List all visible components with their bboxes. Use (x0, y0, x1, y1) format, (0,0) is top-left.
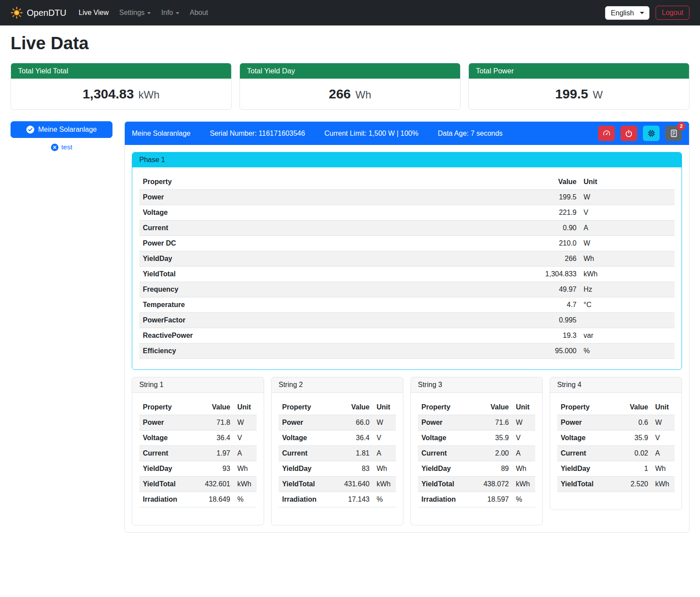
table-cell-val: 1.81 (336, 446, 373, 461)
string-body: Property Value Unit Power71.6WVoltage35.… (411, 393, 542, 525)
table-cell-prop: Power DC (139, 236, 514, 251)
string-1-table: Property Value Unit Power71.8WVoltage36.… (139, 400, 257, 507)
table-cell-unit: V (373, 431, 396, 446)
power-icon (625, 130, 633, 137)
table-cell-prop: Power (418, 415, 475, 431)
sidebar-item-test[interactable]: test (11, 143, 112, 151)
table-cell-prop: Irradiation (139, 492, 197, 507)
table-cell-val: 1.97 (197, 446, 234, 461)
table-cell-unit: V (234, 431, 257, 446)
nav-links: Live View Settings Info About (74, 5, 213, 20)
column-header-unit: Unit (234, 400, 257, 415)
cpu-chip-icon (647, 129, 656, 137)
table-cell-unit: Wh (234, 461, 257, 477)
table-cell-unit: A (512, 446, 535, 461)
table-cell-prop: Current (418, 446, 475, 461)
chevron-down-icon (176, 12, 179, 14)
total-yield-total-value: 1,304.83 (83, 87, 134, 101)
sidebar-item-meine-solaranlage[interactable]: Meine Solaranlage (11, 121, 112, 138)
column-header-value: Value (615, 400, 652, 415)
inverter-serial: Serial Number: 116171603546 (210, 130, 305, 137)
brand[interactable]: OpenDTU (11, 7, 66, 19)
table-cell-prop: Current (139, 446, 197, 461)
string-title: String 4 (550, 377, 682, 393)
table-row: ReactivePower19.3var (139, 328, 675, 344)
table-row: Power66.0W (279, 415, 396, 431)
check-circle-icon (26, 126, 34, 134)
table-cell-val: 4.7 (514, 297, 580, 313)
main-column: Meine Solaranlage Serial Number: 1161716… (124, 121, 689, 533)
nav-item-about[interactable]: About (185, 5, 213, 20)
table-cell-prop: YieldTotal (139, 267, 514, 282)
column-header-unit: Unit (373, 400, 396, 415)
sidebar-item-label: test (62, 143, 73, 151)
event-log-icon (670, 129, 678, 137)
table-row: Voltage36.4V (279, 431, 396, 446)
table-cell-prop: PowerFactor (139, 313, 514, 328)
table-row: YieldTotal1,304.833kWh (139, 267, 675, 282)
table-cell-val: 1 (615, 461, 652, 477)
table-cell-val: 0.02 (615, 446, 652, 461)
table-row: YieldDay89Wh (418, 461, 535, 477)
table-cell-val: 49.97 (514, 282, 580, 297)
sidebar-item-label: Meine Solaranlage (38, 126, 97, 134)
summary-cards: Total Yield Total 1,304.83 kWh Total Yie… (11, 63, 689, 110)
table-cell-unit: % (234, 492, 257, 507)
table-header-row: Property Value Unit (139, 174, 675, 190)
table-row: Irradiation17.143% (279, 492, 396, 507)
limit-settings-button[interactable] (598, 126, 615, 141)
table-cell-val: 36.4 (336, 431, 373, 446)
table-row: Power DC210.0W (139, 236, 675, 251)
column-header-property: Property (279, 400, 336, 415)
nav-item-info[interactable]: Info (157, 5, 184, 20)
table-row: Temperature4.7°C (139, 297, 675, 313)
table-cell-unit: Wh (373, 461, 396, 477)
table-cell-unit: Wh (580, 251, 675, 267)
table-cell-val: 210.0 (514, 236, 580, 251)
card-title: Total Yield Day (240, 63, 460, 79)
table-cell-val: 2.520 (615, 477, 652, 492)
table-cell-unit: W (580, 236, 675, 251)
table-cell-val: 35.9 (615, 431, 652, 446)
table-cell-unit: var (580, 328, 675, 344)
events-button[interactable]: 2 (665, 126, 682, 141)
navbar-right: English Logout (605, 6, 689, 20)
nav-item-live-view[interactable]: Live View (74, 5, 113, 20)
table-cell-val: 0.90 (514, 221, 580, 236)
string-4-card: String 4 Property Value Unit (550, 377, 682, 510)
language-select[interactable]: English (605, 6, 649, 20)
string-3-card: String 3 Property Value Unit (410, 377, 543, 525)
table-cell-val: 199.5 (514, 190, 580, 205)
string-title: String 1 (132, 377, 264, 393)
table-row: YieldDay83Wh (279, 461, 396, 477)
table-cell-prop: Irradiation (418, 492, 475, 507)
device-info-button[interactable] (643, 126, 660, 141)
table-cell-unit: % (512, 492, 535, 507)
table-cell-val: 36.4 (197, 431, 234, 446)
table-cell-prop: Current (279, 446, 336, 461)
card-body: 1,304.83 kWh (11, 79, 231, 109)
table-header-row: Property Value Unit (279, 400, 396, 415)
string-body: Property Value Unit Power71.8WVoltage36.… (132, 393, 264, 525)
string-title: String 2 (272, 377, 403, 393)
table-row: Power199.5W (139, 190, 675, 205)
table-row: Irradiation18.597% (418, 492, 535, 507)
table-row: Current0.90A (139, 221, 675, 236)
table-cell-unit: W (580, 190, 675, 205)
table-row: YieldTotal438.072kWh (418, 477, 535, 492)
string-title: String 3 (411, 377, 542, 393)
table-cell-prop: ReactivePower (139, 328, 514, 344)
table-cell-val: 221.9 (514, 205, 580, 221)
power-button[interactable] (620, 126, 637, 141)
table-cell-val: 18.597 (475, 492, 512, 507)
logout-button[interactable]: Logout (656, 6, 689, 20)
string-1-card: String 1 Property Value Unit (132, 377, 264, 525)
table-row: Power0.6W (557, 415, 675, 431)
table-cell-val: 266 (514, 251, 580, 267)
column-header-value: Value (197, 400, 234, 415)
table-cell-unit: % (373, 492, 396, 507)
nav-item-settings[interactable]: Settings (115, 5, 155, 20)
table-cell-unit: W (234, 415, 257, 431)
nav-item-info-label: Info (161, 9, 173, 16)
table-cell-unit: V (652, 431, 675, 446)
